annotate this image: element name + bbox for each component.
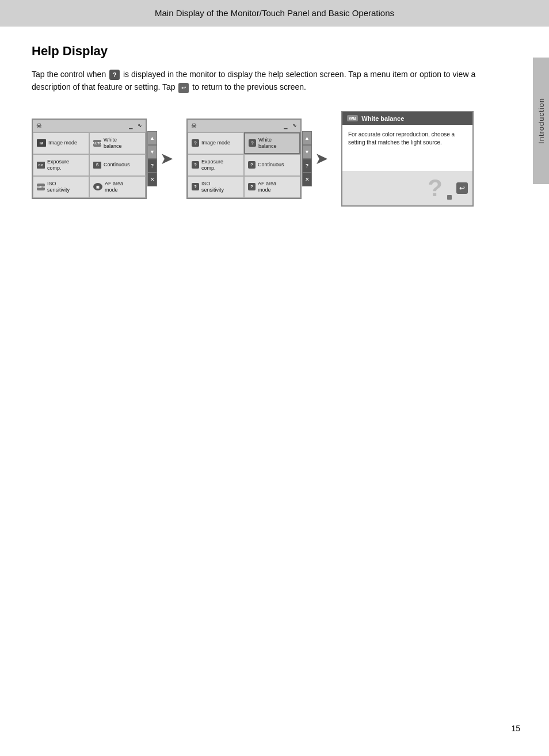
dash-icon-2: ⎯ [284,122,288,129]
return-button[interactable]: ↩ [456,182,468,194]
camera-screen-1: ☠ ⎯ ∿ IM Image mode AUTO Whitebalance [32,119,147,199]
wifi-icon-1: ∿ [138,123,142,128]
help-button-2[interactable]: ? [302,159,312,173]
section-side-tab: Introduction [533,58,549,184]
cell-text-continuous-1: Continuous [104,162,130,168]
up-button-1[interactable]: ▲ [147,131,157,145]
auto-badge-1: AUTO [93,140,101,147]
wb-header-icon: WB [347,115,358,121]
help-result-body: For accurate color reproduction, choose … [342,125,472,171]
q-badge-image-mode: ? [192,139,199,147]
cell-iso-1: AUTO ISOsensitivity [33,176,89,198]
exposure-icon-1: 0.0 [37,162,45,169]
big-question-mark: ? [428,174,443,202]
af-icon-1: ▣ [93,183,102,190]
cell-exposure-1: 0.0 Exposurecomp. [33,154,89,176]
help-result-header: WB White balance [342,112,472,125]
camera-screen-2: ☠ ⎯ ∿ ? Image mode ? Whitebalance [186,119,302,199]
cell-exposure-2[interactable]: ? Exposurecomp. [188,154,244,176]
camera-screen-1-wrapper: ☠ ⎯ ∿ IM Image mode AUTO Whitebalance [32,119,147,199]
cell-text-exposure-2: Exposurecomp. [201,159,223,171]
help-button-1[interactable]: ? [147,159,157,173]
screen1-right-buttons[interactable]: ▲ ▼ ? ✕ [147,131,157,186]
help-result-title: White balance [361,115,404,122]
screen2-top-bar: ☠ ⎯ ∿ [188,120,300,132]
dash-icon-1: ⎯ [129,122,133,129]
cell-text-image-mode-2: Image mode [201,140,230,146]
q-badge-af: ? [248,183,256,190]
cell-text-image-mode-1: Image mode [48,140,77,146]
cell-text-exposure-1: Exposurecomp. [47,159,69,171]
up-button-2[interactable]: ▲ [302,131,312,145]
cell-image-mode-1: IM Image mode [33,132,89,154]
cell-white-balance-2[interactable]: ? Whitebalance [244,132,300,154]
cell-text-iso-1: ISOsensitivity [47,181,70,193]
side-tab-label: Introduction [537,98,546,144]
cell-text-iso-2: ISOsensitivity [201,181,224,193]
help-result-footer: ? ↩ [342,171,472,205]
continuous-icon-1: S [93,162,101,169]
page-header: Main Display of the Monitor/Touch Panel … [0,0,549,26]
diagram-container: ☠ ⎯ ∿ IM Image mode AUTO Whitebalance [32,111,517,207]
cell-text-continuous-2: Continuous [258,162,284,168]
header-title: Main Display of the Monitor/Touch Panel … [155,8,394,18]
q-badge-continuous: ? [248,161,256,169]
q-badge-white-balance: ? [249,139,256,147]
main-content: Help Display Tap the control when ? is d… [0,26,549,224]
cell-text-af-1: AF areamode [105,181,123,193]
screen2-right-buttons[interactable]: ▲ ▼ ? ✕ [302,131,312,186]
help-result-screen: WB White balance For accurate color repr… [341,111,474,207]
section-title: Help Display [32,44,517,59]
camera-icon-2: ☠ [191,122,197,129]
return-icon-inline: ↩ [178,83,189,93]
cell-iso-2[interactable]: ? ISOsensitivity [188,176,244,198]
camera-icon-1: ☠ [36,122,42,129]
down-button-1[interactable]: ▼ [147,145,157,159]
cell-continuous-2[interactable]: ? Continuous [244,154,300,176]
help-body-text: For accurate color reproduction, choose … [348,131,455,146]
camera-screen-2-wrapper: ☠ ⎯ ∿ ? Image mode ? Whitebalance [186,119,302,199]
cell-text-wb-2: Whitebalance [258,137,277,150]
cell-af-2[interactable]: ? AF areamode [244,176,300,198]
small-dot [447,195,452,200]
cell-text-af-2: AF areamode [258,181,276,193]
iso-icon-1: AUTO [37,184,45,190]
arrow-1: ➤ [160,149,173,168]
close-button-1[interactable]: ✕ [147,173,157,186]
page-number: 15 [511,724,520,733]
cell-af-1: ▣ AF areamode [89,176,146,198]
screen1-top-bar: ☠ ⎯ ∿ [33,120,146,132]
q-badge-iso: ? [192,183,199,190]
image-mode-icon-1: IM [37,139,46,147]
screen2-grid: ? Image mode ? Whitebalance ? Exposureco… [188,132,300,198]
wifi-icon-2: ∿ [292,123,297,128]
close-button-2[interactable]: ✕ [302,173,312,186]
cell-white-balance-1: AUTO Whitebalance [89,132,146,154]
cell-text-wb-1: Whitebalance [104,137,122,150]
cell-image-mode-2[interactable]: ? Image mode [188,132,244,154]
screen1-grid: IM Image mode AUTO Whitebalance 0.0 Expo… [33,132,146,198]
question-icon-inline: ? [109,70,120,80]
q-badge-exposure: ? [192,161,199,169]
arrow-2: ➤ [315,149,328,168]
intro-paragraph: Tap the control when ? is displayed in t… [32,68,504,94]
down-button-2[interactable]: ▼ [302,145,312,159]
cell-continuous-1: S Continuous [89,154,146,176]
